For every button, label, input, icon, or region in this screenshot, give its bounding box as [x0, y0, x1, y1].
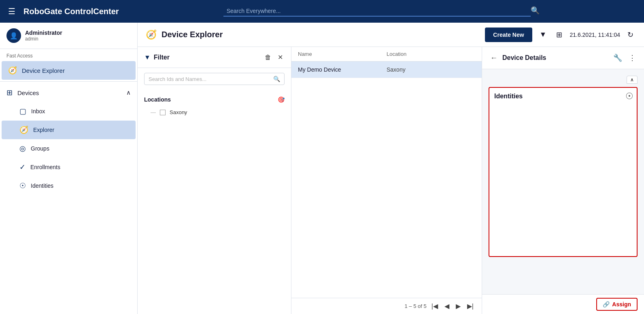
col-name: Name	[298, 51, 387, 57]
link-icon: 🔗	[603, 301, 610, 308]
user-info: Administrator admin	[25, 30, 62, 42]
sidebar-item-device-explorer[interactable]: 🧭 Device Explorer	[2, 61, 136, 80]
identities-title: Identities	[494, 93, 523, 100]
avatar: 👤	[6, 28, 21, 43]
sidebar-item-label: Groups	[31, 145, 49, 152]
list-header: Name Location	[291, 47, 482, 62]
refresh-icon-btn[interactable]: ↻	[625, 28, 636, 42]
inbox-icon: ▢	[19, 107, 26, 116]
user-role: admin	[25, 36, 62, 42]
details-more-btn[interactable]: ⋮	[627, 52, 638, 64]
main-layout: 👤 Administrator admin Fast Access 🧭 Devi…	[0, 23, 644, 314]
groups-icon: ◎	[19, 144, 26, 153]
locations-label: Locations	[144, 96, 171, 103]
top-nav: ☰ RoboGate ControlCenter 🔍	[0, 0, 644, 23]
filter-locations-section: Locations 🎯 — Saxony	[138, 90, 291, 122]
filter-title: Filter	[154, 54, 260, 61]
sidebar-item-label: Inbox	[31, 108, 45, 115]
assign-button[interactable]: 🔗 Assign	[596, 298, 638, 311]
sidebar-item-label: Device Explorer	[22, 67, 65, 74]
pagination-info: 1 – 5 of 5	[404, 303, 426, 309]
row-location: Saxony	[387, 66, 475, 73]
filter-item-label: Saxony	[170, 109, 187, 115]
page-icon: 🧭	[146, 30, 157, 40]
list-footer: 1 – 5 of 5 |◀ ◀ ▶ ▶|	[291, 298, 482, 314]
details-footer: 🔗 Assign	[482, 294, 644, 314]
user-name: Administrator	[25, 30, 62, 36]
content-area: 🧭 Device Explorer Create New ▼ ⊞ 21.6.20…	[138, 23, 644, 314]
first-page-btn[interactable]: |◀	[430, 301, 440, 311]
last-page-btn[interactable]: ▶|	[465, 301, 475, 311]
sidebar-item-enrollments[interactable]: ✓ Enrollments	[2, 158, 136, 176]
hamburger-icon[interactable]: ☰	[6, 5, 17, 18]
timestamp: 21.6.2021, 11:41:04	[570, 32, 620, 38]
details-panel: ← Device Details 🔧 ⋮ ∧ Identities ☉	[482, 47, 644, 314]
filter-panel: ▼ Filter 🗑 ✕ 🔍 Locations 🎯 —	[138, 47, 291, 314]
filter-clear-btn[interactable]: 🗑	[263, 52, 273, 63]
devices-label: Devices	[17, 89, 39, 96]
filter-section-header: Locations 🎯	[144, 93, 285, 106]
create-new-button[interactable]: Create New	[485, 28, 532, 42]
sidebar-item-explorer[interactable]: 🧭 Explorer	[2, 121, 136, 139]
fast-access-label: Fast Access	[0, 49, 137, 61]
filter-header: ▼ Filter 🗑 ✕	[138, 47, 291, 68]
search-icon: 🔍	[531, 6, 540, 17]
sidebar-user: 👤 Administrator admin	[0, 23, 137, 49]
page-header: 🧭 Device Explorer Create New ▼ ⊞ 21.6.20…	[138, 23, 644, 47]
page-title: Device Explorer	[162, 30, 223, 39]
target-icon: 🎯	[278, 96, 285, 103]
details-back-btn[interactable]: ←	[489, 52, 499, 64]
sidebar-item-identities[interactable]: ☉ Identities	[2, 176, 136, 195]
saxony-checkbox[interactable]	[160, 110, 166, 115]
assign-label: Assign	[612, 301, 631, 308]
identities-icon: ☉	[19, 181, 26, 190]
sidebar-group-devices[interactable]: ⊞ Devices ∧	[0, 83, 137, 102]
sidebar-item-label: Enrollments	[30, 164, 60, 170]
next-page-btn[interactable]: ▶	[454, 301, 462, 311]
details-content: ∧ Identities ☉	[482, 69, 644, 294]
identities-section: Identities ☉	[489, 87, 638, 257]
details-header: ← Device Details 🔧 ⋮	[482, 47, 644, 69]
chevron-up-icon: ∧	[126, 89, 131, 96]
filter-search-input[interactable]	[149, 76, 271, 82]
sidebar-item-inbox[interactable]: ▢ Inbox	[2, 102, 136, 121]
list-scroll: My Demo Device Saxony	[291, 62, 482, 298]
enrollments-icon: ✓	[19, 163, 26, 172]
col-location: Location	[387, 51, 475, 57]
row-name: My Demo Device	[298, 66, 387, 73]
search-wrap: 🔍	[125, 6, 638, 17]
sidebar-item-label: Explorer	[33, 127, 54, 133]
fingerprint-icon: ☉	[625, 91, 633, 102]
sidebar-item-groups[interactable]: ◎ Groups	[2, 139, 136, 158]
filter-search-icon: 🔍	[273, 76, 280, 82]
compass-icon: 🧭	[8, 66, 17, 75]
details-wrench-btn[interactable]: 🔧	[612, 52, 624, 64]
explorer-icon: 🧭	[19, 125, 28, 134]
filter-item-saxony[interactable]: — Saxony	[144, 106, 285, 119]
sidebar-divider	[0, 81, 137, 82]
details-title: Device Details	[502, 54, 608, 62]
app-brand: RoboGate ControlCenter	[23, 7, 119, 16]
filter-icon-btn[interactable]: ▼	[537, 28, 549, 41]
prev-page-btn[interactable]: ◀	[443, 301, 451, 311]
filter-search-wrap: 🔍	[144, 73, 285, 85]
filter-funnel-icon: ▼	[144, 54, 151, 61]
sidebar: 👤 Administrator admin Fast Access 🧭 Devi…	[0, 23, 138, 314]
three-col: ▼ Filter 🗑 ✕ 🔍 Locations 🎯 —	[138, 47, 644, 314]
global-search-input[interactable]	[223, 6, 531, 17]
details-collapse-btn[interactable]: ∧	[627, 76, 638, 84]
filter-dash: —	[151, 109, 156, 115]
list-panel: Name Location My Demo Device Saxony 1 – …	[291, 47, 482, 314]
sidebar-item-label: Identities	[31, 182, 53, 189]
filter-close-btn[interactable]: ✕	[276, 52, 285, 63]
columns-icon-btn[interactable]: ⊞	[554, 28, 565, 42]
grid-icon: ⊞	[6, 88, 13, 97]
list-row[interactable]: My Demo Device Saxony	[291, 62, 482, 78]
